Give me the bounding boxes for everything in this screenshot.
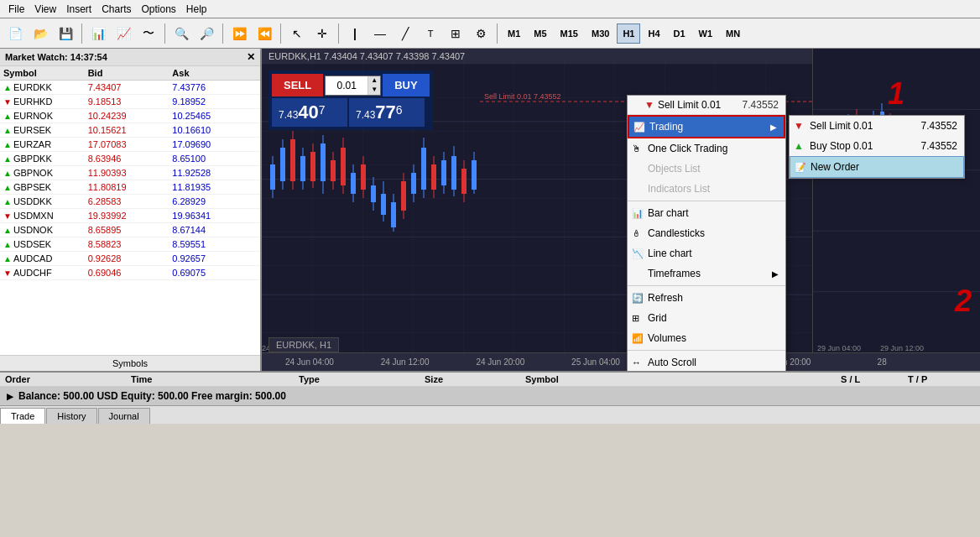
trading-panel: SELL ▲ ▼ BUY 7.43407 bbox=[268, 70, 433, 130]
list-item[interactable]: ▲ EURNOK 10.24239 10.25465 bbox=[0, 109, 260, 123]
sell-button[interactable]: SELL bbox=[272, 74, 323, 96]
lot-increase-btn[interactable]: ▲ bbox=[368, 76, 380, 86]
separator-tool-btn[interactable]: | bbox=[343, 22, 367, 45]
menu-charts[interactable]: Charts bbox=[98, 3, 134, 16]
text-btn[interactable]: T bbox=[419, 22, 442, 45]
ctx-sep1 bbox=[628, 201, 785, 201]
main-area: Market Watch: 14:37:54 ✕ Symbol Bid Ask … bbox=[0, 49, 980, 371]
list-item[interactable]: ▲ EURSEK 10.15621 10.16610 bbox=[0, 123, 260, 138]
menu-help[interactable]: Help bbox=[183, 3, 211, 16]
sub-sell-limit[interactable]: ▼ Sell Limit 0.01 7.43552 bbox=[790, 116, 964, 136]
list-item[interactable]: ▲ USDDKK 6.28583 6.28929 bbox=[0, 195, 260, 209]
balance-text: Balance: 500.00 USD Equity: 500.00 Free … bbox=[18, 390, 286, 402]
col-sl: S / L bbox=[841, 374, 908, 384]
sell-price-button[interactable]: 7.43407 bbox=[272, 98, 347, 127]
chart-area[interactable]: EURDKK,H1 7.43404 7.43407 7.43398 7.4340… bbox=[262, 49, 980, 371]
lot-size-input[interactable] bbox=[326, 78, 368, 93]
list-item[interactable]: ▼ USDMXN 19.93992 19.96341 bbox=[0, 209, 260, 223]
ctx-indicators-list[interactable]: Indicators List bbox=[628, 179, 785, 199]
indicators-btn[interactable]: 📊 bbox=[86, 22, 110, 45]
menu-insert[interactable]: Insert bbox=[63, 3, 95, 16]
list-item[interactable]: ▲ USDNOK 8.65895 8.67144 bbox=[0, 223, 260, 237]
ctx-grid[interactable]: ⊞ Grid bbox=[628, 308, 785, 328]
ctx-objects-list[interactable]: Objects List bbox=[628, 159, 785, 179]
tf-m15[interactable]: M15 bbox=[555, 23, 584, 44]
ctx-timeframes[interactable]: Timeframes ▶ bbox=[628, 263, 785, 284]
symbol-cell: ▲ EURDKK bbox=[3, 82, 88, 92]
tab-journal[interactable]: Journal bbox=[98, 408, 150, 424]
list-item[interactable]: ▼ AUDCHF 0.69046 0.69075 bbox=[0, 266, 260, 280]
tf-d1[interactable]: D1 bbox=[668, 23, 691, 44]
symbol-cell: ▲ USDDKK bbox=[3, 196, 88, 206]
chart-type-btn[interactable]: 📈 bbox=[112, 22, 135, 45]
svg-text:29 Jun 04:00: 29 Jun 04:00 bbox=[817, 344, 861, 352]
toolbar-sep4 bbox=[280, 23, 281, 44]
col-symbol: Symbol bbox=[525, 374, 651, 384]
ctx-candlesticks[interactable]: 🕯 Candlesticks bbox=[628, 223, 785, 243]
trendline-btn[interactable]: ╱ bbox=[394, 22, 417, 45]
tf-h4[interactable]: H4 bbox=[642, 23, 665, 44]
tab-trade[interactable]: Trade bbox=[0, 408, 45, 424]
bottom-tabs: Trade History Journal bbox=[0, 405, 980, 424]
tf-mn[interactable]: MN bbox=[720, 23, 746, 44]
symbol-cell: ▲ EURSEK bbox=[3, 125, 88, 135]
menu-options[interactable]: Options bbox=[138, 3, 180, 16]
tf-m1[interactable]: M1 bbox=[502, 23, 526, 44]
ctx-refresh[interactable]: 🔄 Refresh bbox=[628, 288, 785, 308]
list-item[interactable]: ▲ GBPNOK 11.90393 11.92528 bbox=[0, 166, 260, 180]
market-watch-close-icon[interactable]: ✕ bbox=[247, 51, 255, 63]
tf-m5[interactable]: M5 bbox=[528, 23, 552, 44]
sub-buy-stop[interactable]: ▲ Buy Stop 0.01 7.43552 bbox=[790, 136, 964, 156]
sell-limit-top-label: Sell Limit 0.01 bbox=[658, 99, 721, 111]
list-item[interactable]: ▲ USDSEK 8.58823 8.59551 bbox=[0, 237, 260, 252]
ctx-auto-scroll[interactable]: ↔ Auto Scroll bbox=[628, 352, 785, 371]
symbol-cell: ▼ EURHKD bbox=[3, 96, 88, 107]
ask-cell: 10.16610 bbox=[172, 125, 257, 135]
scroll-left-btn[interactable]: ⏪ bbox=[253, 22, 276, 45]
ctx-line-chart[interactable]: 📉 Line chart bbox=[628, 243, 785, 263]
ctx-trading[interactable]: 📈 Trading ▶ ▼ Sell Limit 0.01 7.43552 ▲ … bbox=[628, 115, 785, 138]
open-btn[interactable]: 📂 bbox=[29, 22, 52, 45]
market-watch-header: Market Watch: 14:37:54 ✕ bbox=[0, 49, 260, 66]
save-btn[interactable]: 💾 bbox=[54, 22, 77, 45]
col-size: Size bbox=[425, 374, 525, 384]
buy-button[interactable]: BUY bbox=[383, 74, 429, 96]
ask-cell: 8.65100 bbox=[172, 154, 257, 164]
symbol-cell: ▲ EURNOK bbox=[3, 111, 88, 121]
lot-decrease-btn[interactable]: ▼ bbox=[368, 86, 380, 95]
symbol-cell: ▲ EURZAR bbox=[3, 139, 88, 149]
list-item[interactable]: ▲ EURZAR 17.07083 17.09690 bbox=[0, 138, 260, 152]
list-item[interactable]: ▲ EURDKK 7.43407 7.43776 bbox=[0, 81, 260, 95]
crosshair-btn[interactable]: ✛ bbox=[310, 22, 334, 45]
tf-m30[interactable]: M30 bbox=[586, 23, 615, 44]
buy-price-button[interactable]: 7.43776 bbox=[349, 98, 425, 127]
tools-btn[interactable]: ⚙ bbox=[469, 22, 493, 45]
tf-h1[interactable]: H1 bbox=[617, 23, 640, 44]
menu-file[interactable]: File bbox=[5, 3, 28, 16]
symbols-button[interactable]: Symbols bbox=[112, 358, 148, 368]
list-item[interactable]: ▲ AUDCAD 0.92628 0.92657 bbox=[0, 252, 260, 266]
zoom-out-btn[interactable]: 🔎 bbox=[195, 22, 218, 45]
ctx-one-click-label: One Click Trading bbox=[648, 143, 727, 154]
hline-btn[interactable]: — bbox=[368, 22, 392, 45]
zoom-in-btn[interactable]: 🔍 bbox=[169, 22, 193, 45]
scroll-right-btn[interactable]: ⏩ bbox=[227, 22, 251, 45]
sub-new-order[interactable]: 📝 New Order bbox=[790, 156, 964, 178]
col-empty bbox=[651, 374, 841, 384]
tab-history[interactable]: History bbox=[46, 408, 96, 424]
bid-cell: 17.07083 bbox=[88, 139, 173, 149]
buy-large: 77 bbox=[375, 102, 395, 123]
menu-view[interactable]: View bbox=[31, 3, 60, 16]
line-btn[interactable]: 〜 bbox=[137, 22, 160, 45]
ctx-volumes[interactable]: 📶 Volumes bbox=[628, 328, 785, 348]
list-item[interactable]: ▲ GBPDKK 8.63946 8.65100 bbox=[0, 152, 260, 166]
grid-tool-btn[interactable]: ⊞ bbox=[444, 22, 467, 45]
ctx-one-click[interactable]: 🖱 One Click Trading bbox=[628, 138, 785, 159]
tf-w1[interactable]: W1 bbox=[693, 23, 719, 44]
list-item[interactable]: ▼ EURHKD 9.18513 9.18952 bbox=[0, 95, 260, 109]
ask-cell: 9.18952 bbox=[172, 96, 257, 107]
list-item[interactable]: ▲ GBPSEK 11.80819 11.81935 bbox=[0, 180, 260, 195]
new-chart-btn[interactable]: 📄 bbox=[3, 22, 27, 45]
ctx-bar-chart[interactable]: 📊 Bar chart bbox=[628, 203, 785, 223]
cursor-btn[interactable]: ↖ bbox=[285, 22, 309, 45]
